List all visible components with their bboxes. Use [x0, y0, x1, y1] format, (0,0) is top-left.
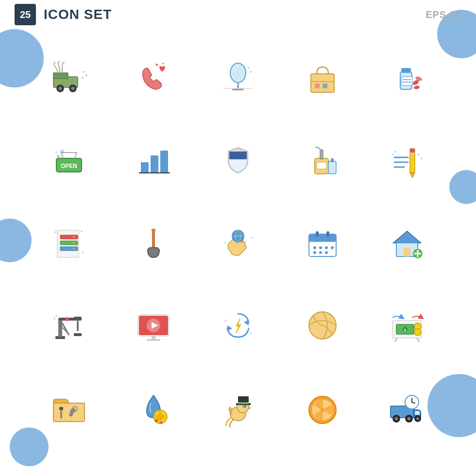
- svg-rect-58: [60, 235, 78, 239]
- icon-bird-hat[interactable]: [209, 379, 267, 437]
- eps-label: EPS 10: [425, 9, 461, 20]
- svg-rect-86: [404, 248, 410, 256]
- icon-military-truck[interactable]: [40, 49, 98, 107]
- svg-point-78: [319, 246, 322, 249]
- svg-marker-139: [249, 407, 252, 409]
- icon-money-exchange[interactable]: $: [378, 296, 436, 355]
- svg-point-61: [73, 236, 75, 238]
- icon-bar-chart[interactable]: [124, 131, 183, 189]
- svg-rect-60: [60, 247, 78, 251]
- svg-rect-147: [415, 411, 420, 415]
- svg-line-119: [394, 338, 397, 342]
- svg-point-153: [417, 418, 419, 420]
- svg-rect-40: [229, 152, 247, 159]
- svg-rect-76: [326, 231, 329, 237]
- svg-point-82: [319, 251, 322, 254]
- svg-point-138: [244, 406, 246, 407]
- icon-desk-mirror[interactable]: [209, 49, 267, 107]
- icon-eco-hand[interactable]: [209, 214, 267, 272]
- svg-point-8: [82, 77, 84, 79]
- icon-open-sign[interactable]: OPEN: [40, 131, 98, 189]
- svg-text:OPEN: OPEN: [61, 163, 77, 170]
- svg-point-33: [57, 155, 60, 158]
- svg-point-83: [325, 251, 328, 254]
- svg-rect-22: [402, 77, 412, 85]
- svg-point-71: [224, 242, 226, 244]
- icon-volleyball[interactable]: [293, 296, 352, 355]
- svg-point-77: [313, 246, 316, 249]
- svg-point-81: [313, 251, 316, 254]
- icon-delivery-truck-clock[interactable]: [378, 379, 436, 437]
- icon-oil-pump[interactable]: [40, 296, 98, 355]
- svg-point-53: [391, 153, 393, 155]
- svg-rect-129: [159, 410, 161, 413]
- svg-point-14: [248, 67, 250, 69]
- icon-soap-dispenser[interactable]: [293, 131, 352, 189]
- svg-point-79: [325, 246, 328, 249]
- svg-point-7: [85, 74, 87, 76]
- svg-point-151: [408, 417, 410, 420]
- icon-water-drop-gear[interactable]: [124, 379, 183, 437]
- svg-point-27: [413, 85, 420, 90]
- svg-marker-107: [244, 320, 249, 325]
- svg-marker-109: [236, 319, 241, 333]
- svg-rect-59: [60, 241, 78, 245]
- icon-add-home[interactable]: [378, 214, 436, 272]
- svg-point-54: [394, 151, 396, 153]
- svg-point-66: [82, 252, 84, 254]
- svg-rect-131: [153, 416, 156, 418]
- icon-medicine-bottle[interactable]: [378, 49, 436, 107]
- icon-shield-badge[interactable]: [209, 131, 267, 189]
- svg-point-10: [234, 68, 236, 70]
- icon-love-call[interactable]: [124, 49, 183, 107]
- svg-rect-132: [164, 416, 167, 418]
- svg-rect-75: [316, 231, 319, 237]
- svg-point-128: [157, 413, 164, 420]
- svg-point-65: [81, 230, 83, 232]
- svg-rect-38: [160, 151, 168, 173]
- svg-point-56: [421, 157, 423, 159]
- svg-marker-84: [393, 231, 421, 243]
- svg-line-30: [75, 153, 77, 158]
- svg-point-6: [83, 71, 85, 73]
- svg-point-5: [71, 87, 74, 90]
- icon-video-player[interactable]: [124, 296, 183, 355]
- svg-rect-142: [238, 402, 249, 404]
- svg-point-118: [414, 329, 421, 336]
- svg-line-120: [417, 338, 420, 342]
- svg-rect-97: [74, 317, 82, 321]
- page-title: ICON SET: [44, 7, 112, 22]
- svg-rect-18: [315, 84, 320, 88]
- svg-rect-11: [237, 83, 239, 88]
- svg-rect-124: [59, 407, 63, 410]
- svg-point-9: [230, 63, 246, 83]
- header: 25 ICON SET EPS 10: [0, 0, 476, 29]
- svg-rect-106: [147, 339, 160, 341]
- svg-point-80: [331, 246, 334, 249]
- svg-rect-21: [401, 68, 411, 73]
- icon-folder-tools[interactable]: [40, 379, 98, 437]
- svg-rect-74: [309, 234, 336, 242]
- icon-shovel[interactable]: [124, 214, 183, 272]
- icon-orange-slice[interactable]: [293, 379, 352, 437]
- svg-rect-19: [323, 84, 327, 88]
- svg-point-100: [55, 315, 57, 317]
- bg-decoration-mr: [449, 170, 476, 204]
- svg-rect-96: [77, 321, 79, 331]
- svg-point-145: [321, 408, 324, 412]
- svg-point-3: [59, 87, 62, 90]
- svg-rect-16: [311, 74, 334, 92]
- header-left: 25 ICON SET: [15, 4, 112, 25]
- icon-back-to-school[interactable]: [378, 131, 436, 189]
- svg-rect-42: [320, 150, 323, 159]
- svg-point-149: [395, 417, 398, 420]
- icon-shopping-bag[interactable]: [293, 49, 352, 107]
- icon-server-rack[interactable]: [40, 214, 98, 272]
- icon-calendar[interactable]: [293, 214, 352, 272]
- svg-rect-43: [317, 162, 326, 169]
- bg-decoration-ml: [0, 219, 32, 262]
- svg-marker-108: [227, 325, 232, 331]
- svg-point-64: [54, 231, 56, 233]
- icon-energy-recycle[interactable]: [209, 296, 267, 355]
- svg-point-72: [251, 237, 253, 239]
